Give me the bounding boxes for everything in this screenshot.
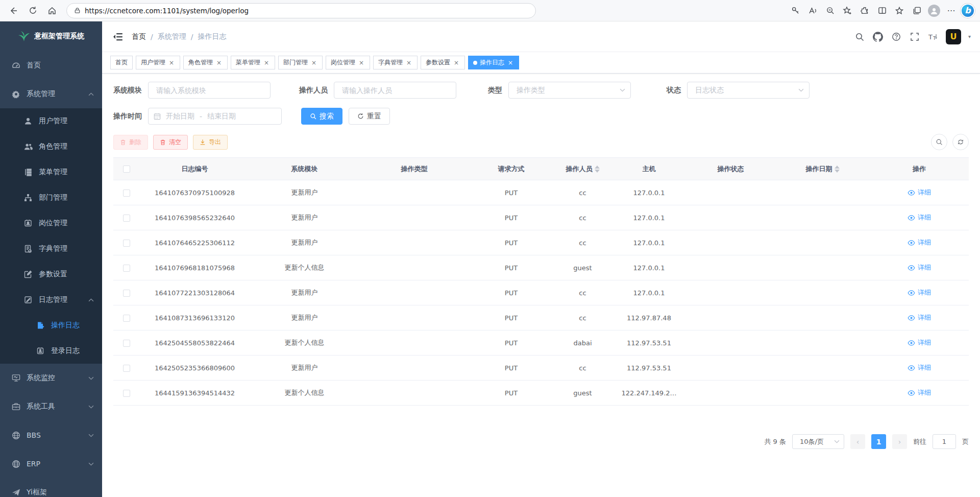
bing-button[interactable]: b [961, 4, 975, 18]
detail-link[interactable]: 详细 [908, 213, 931, 222]
date-range-picker[interactable]: 开始日期 - 结束日期 [148, 108, 282, 125]
tab-user-mgmt[interactable]: 用户管理 × [136, 56, 180, 69]
reset-button[interactable]: 重置 [349, 108, 390, 125]
tab-role-mgmt[interactable]: 角色管理 × [183, 56, 228, 69]
sidebar-item-operation-log[interactable]: 操作日志 [0, 313, 102, 338]
sidebar-item-erp[interactable]: ERP [0, 449, 102, 478]
sort-icon[interactable] [595, 165, 600, 173]
delete-button[interactable]: 删除 [113, 135, 148, 150]
detail-link[interactable]: 详细 [908, 188, 931, 197]
row-checkbox[interactable] [123, 365, 130, 372]
github-icon[interactable] [872, 31, 884, 42]
row-checkbox[interactable] [123, 240, 130, 247]
app-logo[interactable]: 意框架管理系统 [0, 21, 102, 51]
collections-button[interactable] [909, 3, 925, 19]
tab-operation-log[interactable]: 操作日志 × [468, 56, 519, 69]
sidebar-item-monitor[interactable]: 系统监控 [0, 364, 102, 392]
page-number-button[interactable]: 1 [871, 434, 886, 449]
header-search-button[interactable] [854, 31, 865, 42]
sidebar-item-users[interactable]: 用户管理 [0, 108, 102, 134]
browser-profile-button[interactable] [926, 3, 942, 19]
sidebar-item-bbs[interactable]: BBS [0, 421, 102, 449]
select-all-checkbox[interactable] [123, 165, 130, 173]
export-button[interactable]: 导出 [193, 135, 228, 150]
user-avatar[interactable]: U [946, 29, 961, 44]
sidebar-item-dictionary[interactable]: 字典管理 [0, 236, 102, 262]
prev-page-button[interactable]: ‹ [850, 434, 865, 449]
sidebar-item-parameters[interactable]: 参数设置 [0, 262, 102, 287]
tab-dept-mgmt[interactable]: 部门管理 × [278, 56, 323, 69]
row-checkbox[interactable] [123, 340, 130, 347]
close-icon[interactable]: × [453, 59, 460, 66]
fullscreen-icon[interactable] [909, 31, 920, 42]
detail-link[interactable]: 详细 [908, 363, 931, 372]
tab-param-settings[interactable]: 参数设置 × [421, 56, 465, 69]
sidebar-item-posts[interactable]: 岗位管理 [0, 210, 102, 236]
search-toggle-button[interactable] [931, 134, 947, 150]
sidebar-toggle-button[interactable] [109, 28, 127, 45]
row-checkbox[interactable] [123, 190, 130, 197]
next-page-button[interactable]: › [892, 434, 907, 449]
tab-post-mgmt[interactable]: 岗位管理 × [326, 56, 370, 69]
detail-link[interactable]: 详细 [908, 313, 931, 322]
close-icon[interactable]: × [507, 59, 514, 66]
font-size-icon[interactable]: TT [927, 31, 939, 42]
row-checkbox[interactable] [123, 390, 130, 397]
status-select[interactable]: 日志状态 [687, 82, 810, 99]
detail-link[interactable]: 详细 [908, 288, 931, 297]
sidebar-item-yi-framework[interactable]: Yi框架 [0, 478, 102, 497]
row-checkbox[interactable] [123, 315, 130, 322]
row-checkbox[interactable] [123, 265, 130, 272]
close-icon[interactable]: × [358, 59, 365, 66]
page-size-select[interactable]: 10条/页 [792, 434, 844, 449]
detail-link[interactable]: 详细 [908, 388, 931, 397]
operator-input[interactable] [334, 82, 456, 99]
close-icon[interactable]: × [168, 59, 175, 66]
table-row: 1641076370975100928 更新用户 PUT cc 127.0.0.… [113, 180, 969, 205]
row-checkbox[interactable] [123, 215, 130, 222]
goto-page-input[interactable] [933, 434, 956, 449]
close-icon[interactable]: × [405, 59, 412, 66]
browser-home-button[interactable] [44, 3, 60, 19]
detail-link[interactable]: 详细 [908, 263, 931, 272]
close-icon[interactable]: × [310, 59, 317, 66]
help-icon[interactable] [891, 31, 902, 42]
split-screen-button[interactable] [874, 3, 890, 19]
sidebar-item-roles[interactable]: 角色管理 [0, 134, 102, 159]
favorite-add-button[interactable] [839, 3, 855, 19]
close-icon[interactable]: × [263, 59, 270, 66]
sidebar-item-departments[interactable]: 部门管理 [0, 185, 102, 210]
clear-button[interactable]: 清空 [153, 135, 188, 150]
sidebar-item-menus[interactable]: 菜单管理 [0, 159, 102, 185]
sidebar-item-tools[interactable]: 系统工具 [0, 392, 102, 421]
sidebar-item-login-log[interactable]: 登录日志 [0, 338, 102, 364]
password-key-button[interactable] [787, 3, 803, 19]
search-button[interactable]: 搜索 [301, 108, 342, 125]
browser-more-button[interactable]: ⋯ [943, 3, 960, 19]
extensions-button[interactable] [856, 3, 873, 19]
tab-home[interactable]: 首页 [110, 56, 133, 69]
sort-icon[interactable] [835, 165, 840, 173]
browser-back-button[interactable] [5, 3, 21, 19]
zoom-out-button[interactable] [822, 3, 838, 19]
read-aloud-button[interactable] [804, 3, 821, 19]
avatar-caret-icon[interactable]: ▾ [968, 34, 971, 39]
type-select[interactable]: 操作类型 [508, 82, 631, 99]
cell-module: 更新个人信息 [250, 330, 359, 356]
detail-link[interactable]: 详细 [908, 238, 931, 247]
favorites-bar-button[interactable] [891, 3, 908, 19]
tab-dict-mgmt[interactable]: 字典管理 × [373, 56, 418, 69]
sidebar-item-logs[interactable]: 日志管理 [0, 287, 102, 313]
filter-row-1: 系统模块 操作人员 类型 操作类型 状态 日志状态 [113, 82, 969, 99]
detail-link[interactable]: 详细 [908, 338, 931, 347]
address-bar[interactable]: https://ccnetcore.com:1101/system/log/op… [66, 3, 536, 18]
sidebar-item-system[interactable]: 系统管理 [0, 80, 102, 108]
tab-menu-mgmt[interactable]: 菜单管理 × [231, 56, 275, 69]
row-checkbox[interactable] [123, 290, 130, 297]
breadcrumb-home[interactable]: 首页 [132, 32, 146, 41]
browser-refresh-button[interactable] [24, 3, 41, 19]
sidebar-item-home[interactable]: 首页 [0, 51, 102, 80]
close-icon[interactable]: × [215, 59, 223, 66]
module-input[interactable] [148, 82, 271, 99]
refresh-table-button[interactable] [952, 134, 969, 150]
